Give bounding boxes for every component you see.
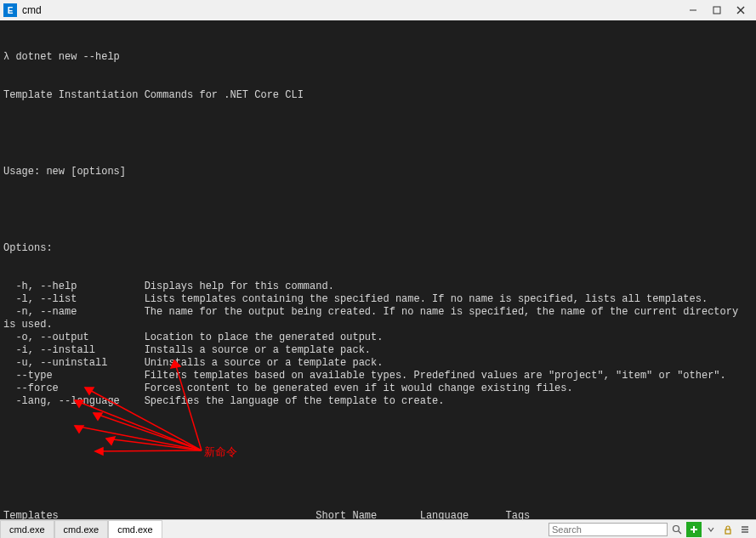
svg-marker-11	[94, 413, 102, 420]
svg-rect-1	[713, 7, 720, 14]
add-tab-button[interactable]	[686, 522, 702, 537]
svg-line-19	[679, 531, 681, 534]
option-row: --type Filters templates based on availa…	[3, 370, 753, 382]
tab[interactable]: cmd.exe	[54, 520, 109, 539]
maximize-button[interactable]	[705, 2, 729, 19]
option-row: -n, --name The name for the output being…	[3, 306, 753, 319]
minimize-button[interactable]	[681, 2, 705, 19]
option-row: is used.	[3, 319, 753, 331]
search-input[interactable]	[549, 523, 668, 536]
svg-line-16	[95, 450, 202, 451]
close-button[interactable]	[729, 2, 753, 19]
option-row: -o, --output Location to place the gener…	[3, 331, 753, 344]
window-titlebar: E cmd	[0, 0, 756, 20]
header-line: Template Instantiation Commands for .NET…	[3, 89, 753, 102]
annotation-label: 新命令	[204, 445, 237, 458]
option-row: --force Forces content to be generated e…	[3, 382, 753, 395]
option-row: -lang, --language Specifies the language…	[3, 395, 753, 408]
lock-icon[interactable]	[720, 522, 736, 537]
prompt-line: λ dotnet new --help	[3, 51, 753, 64]
svg-marker-13	[75, 426, 83, 433]
tab[interactable]: cmd.exe	[108, 520, 162, 539]
terminal-output[interactable]: λ dotnet new --help Template Instantiati…	[0, 20, 756, 538]
svg-rect-22	[725, 530, 730, 534]
option-row: -u, --uninstall Uninstalls a source or a…	[3, 357, 753, 370]
search-area	[545, 522, 756, 537]
options-header: Options:	[3, 242, 753, 255]
search-icon[interactable]	[669, 522, 685, 537]
statusbar: cmd.execmd.execmd.exe	[0, 519, 756, 538]
menu-icon[interactable]	[737, 522, 753, 537]
window-title: cmd	[22, 4, 681, 16]
dropdown-button[interactable]	[703, 522, 719, 537]
svg-point-18	[674, 525, 679, 531]
option-row: -l, --list Lists templates containing th…	[3, 293, 753, 306]
svg-marker-17	[95, 448, 103, 455]
tab[interactable]: cmd.exe	[0, 520, 54, 539]
app-icon: E	[3, 3, 17, 17]
tab-strip: cmd.execmd.execmd.exe	[0, 520, 162, 539]
option-row: -i, --install Installs a source or a tem…	[3, 344, 753, 357]
option-row: -h, --help Displays help for this comman…	[3, 280, 753, 293]
usage-line: Usage: new [options]	[3, 166, 753, 178]
